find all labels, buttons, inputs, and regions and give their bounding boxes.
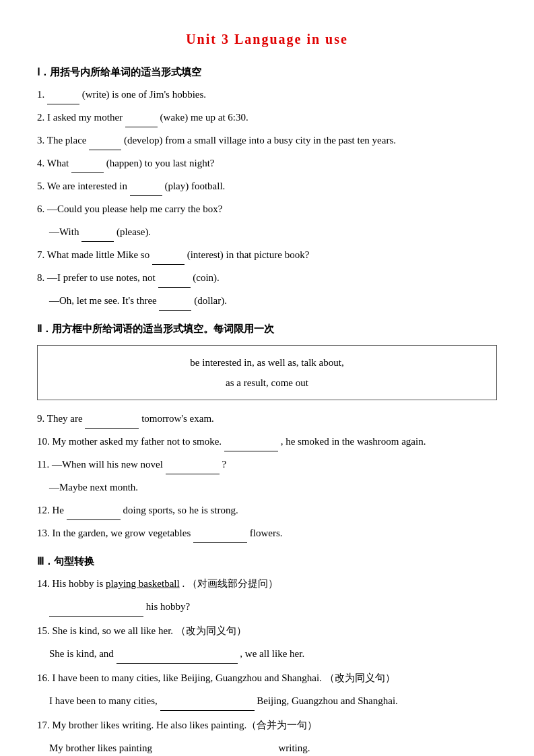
- q15b-after: , we all like her.: [240, 648, 304, 659]
- q12-text: doing sports, so he is strong.: [123, 505, 238, 515]
- q10-num: 10.: [37, 436, 50, 447]
- q6b-blank[interactable]: [81, 230, 114, 242]
- q13-before: In the garden, we grow vegetables: [53, 528, 194, 538]
- q5-text: (play) football.: [164, 181, 225, 191]
- q4-num: 4.: [37, 158, 44, 168]
- q14-before: His hobby is: [53, 578, 106, 589]
- q3-num: 3.: [37, 135, 44, 146]
- q8b-text: (dollar).: [194, 295, 227, 306]
- q13-num: 13.: [37, 528, 50, 538]
- q16a: 16. I have been to many cities, like Bei…: [37, 668, 497, 688]
- q9-text: tomorrow's exam.: [141, 413, 214, 424]
- q8b-before: —Oh, let me see. It's three: [49, 295, 159, 306]
- q9-num: 9.: [37, 413, 44, 424]
- q8a-blank[interactable]: [158, 276, 191, 288]
- q11-before: —When will his new novel: [52, 459, 166, 470]
- q16-before: I have been to many cities, like Beijing…: [53, 672, 395, 683]
- q11-num: 11.: [37, 459, 49, 470]
- q7-text: (interest) in that picture book?: [187, 249, 310, 260]
- q14-underline: playing basketball: [106, 578, 180, 589]
- q11b: —Maybe next month.: [49, 477, 497, 497]
- q2-blank[interactable]: [125, 115, 158, 127]
- q16-num: 16.: [37, 672, 50, 683]
- q4-text: (happen) to you last night?: [106, 158, 215, 168]
- q6b-before: —With: [49, 226, 81, 237]
- q11b-text: —Maybe next month.: [49, 482, 138, 493]
- q5-before: We are interested in: [47, 181, 130, 191]
- q16b-before: I have been to many cities,: [49, 695, 160, 706]
- q2-text: (wake) me up at 6:30.: [160, 112, 248, 123]
- q16b-blank[interactable]: [160, 699, 255, 711]
- q14-num: 14.: [37, 578, 50, 589]
- q15-num: 15.: [37, 625, 50, 636]
- q2: 2. I asked my mother (wake) me up at 6:3…: [37, 107, 497, 127]
- section1-header: Ⅰ．用括号内所给单词的适当形式填空: [37, 63, 497, 82]
- q8a-text: (coin).: [193, 272, 220, 283]
- q17-num: 17.: [37, 720, 50, 730]
- q16b: I have been to many cities, Beijing, Gua…: [49, 691, 497, 711]
- q10-blank[interactable]: [224, 439, 278, 451]
- q1: 1. (write) is one of Jim's hobbies.: [37, 84, 497, 104]
- q8b-blank[interactable]: [159, 298, 191, 311]
- q13-blank[interactable]: [193, 531, 247, 543]
- q11-text: ?: [222, 459, 226, 470]
- q12-blank[interactable]: [67, 508, 121, 520]
- q1-text: (write) is one of Jim's hobbies.: [82, 89, 206, 100]
- q6a: 6. —Could you please help me carry the b…: [37, 199, 497, 219]
- q17b-blank[interactable]: [155, 746, 276, 756]
- q1-blank[interactable]: [47, 92, 79, 104]
- q4-blank[interactable]: [71, 161, 104, 173]
- q1-num: 1.: [37, 89, 44, 100]
- q14b-blank[interactable]: [49, 604, 143, 617]
- q15b: She is kind, and , we all like her.: [49, 643, 497, 664]
- q15-before: She is kind, so we all like her. （改为同义句）: [53, 625, 246, 636]
- q17b: My brother likes painting writing.: [49, 738, 497, 756]
- q9-blank[interactable]: [85, 416, 139, 429]
- q5-num: 5.: [37, 181, 44, 191]
- q8-num: 8.: [37, 272, 44, 283]
- q12-num: 12.: [37, 505, 50, 515]
- section2-header: Ⅱ．用方框中所给词语的适当形式填空。每词限用一次: [37, 320, 497, 338]
- q4-before: What: [47, 158, 71, 168]
- section3-header: Ⅲ．句型转换: [37, 553, 497, 571]
- q8b: —Oh, let me see. It's three (dollar).: [49, 290, 497, 311]
- q4: 4. What (happen) to you last night?: [37, 153, 497, 173]
- q12-before: He: [53, 505, 67, 515]
- q9: 9. They are tomorrow's exam.: [37, 408, 497, 429]
- q2-num: 2.: [37, 112, 44, 123]
- q13: 13. In the garden, we grow vegetables fl…: [37, 523, 497, 543]
- q14b-text: his hobby?: [146, 601, 190, 612]
- q3-before: The place: [47, 135, 89, 146]
- q8-before: —I prefer to use notes, not: [47, 272, 158, 283]
- q14a: 14. His hobby is playing basketball . （对…: [37, 573, 497, 594]
- wordbox-line2: as a result, come out: [226, 377, 308, 388]
- q10-before: My mother asked my father not to smoke.: [53, 436, 224, 447]
- q17-before: My brother likes writing. He also likes …: [53, 720, 318, 730]
- q2-before: I asked my mother: [47, 112, 125, 123]
- q12: 12. He doing sports, so he is strong.: [37, 500, 497, 520]
- q15b-before: She is kind, and: [49, 648, 116, 659]
- q17b-after: writing.: [278, 743, 310, 753]
- q3: 3. The place (develop) from a small vill…: [37, 130, 497, 150]
- q10: 10. My mother asked my father not to smo…: [37, 431, 497, 451]
- q9-before: They are: [47, 413, 86, 424]
- q5-blank[interactable]: [130, 184, 162, 196]
- q11a: 11. —When will his new novel ?: [37, 454, 497, 474]
- q6-num: 6.: [37, 203, 44, 214]
- word-box: be interested in, as well as, talk about…: [37, 345, 497, 400]
- q3-text: (develop) from a small village into a bu…: [124, 135, 396, 146]
- q6b-text: (please).: [116, 226, 151, 237]
- q14-after: . （对画线部分提问）: [182, 578, 278, 589]
- q8a: 8. —I prefer to use notes, not (coin).: [37, 267, 497, 288]
- q10-text: , he smoked in the washroom again.: [281, 436, 426, 447]
- q7: 7. What made little Mike so (interest) i…: [37, 245, 497, 265]
- wordbox-line1: be interested in, as well as, talk about…: [190, 357, 343, 368]
- q3-blank[interactable]: [89, 138, 121, 150]
- q15b-blank[interactable]: [116, 652, 238, 664]
- q7-blank[interactable]: [152, 253, 185, 265]
- q16b-after: Beijing, Guangzhou and Shanghai.: [257, 695, 398, 706]
- q14b: his hobby?: [49, 596, 497, 617]
- q11-blank[interactable]: [166, 462, 220, 474]
- page-title: Unit 3 Language in use: [37, 27, 497, 51]
- q17a: 17. My brother likes writing. He also li…: [37, 715, 497, 735]
